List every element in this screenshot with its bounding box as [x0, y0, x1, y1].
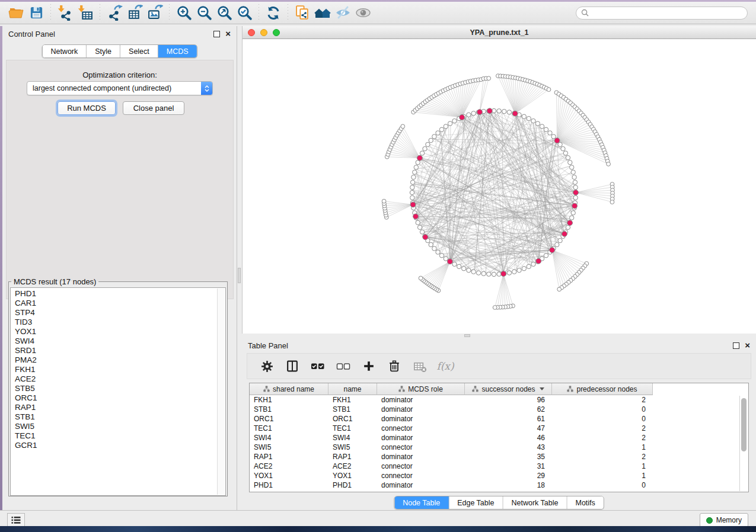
network-node[interactable]: [548, 131, 552, 135]
network-hub-node[interactable]: [573, 190, 579, 196]
mcds-list-item[interactable]: RAP1: [15, 403, 217, 412]
network-hub-node[interactable]: [410, 202, 416, 207]
network-node[interactable]: [462, 267, 466, 271]
network-leaf-node[interactable]: [493, 306, 497, 310]
network-node[interactable]: [423, 146, 427, 150]
network-node[interactable]: [410, 190, 414, 194]
tab-edge-table[interactable]: Edge Table: [449, 496, 503, 509]
mcds-list-scrollbar[interactable]: [217, 289, 225, 495]
tab-motifs[interactable]: Motifs: [567, 496, 603, 509]
column-header-predecessor-nodes[interactable]: predecessor nodes: [552, 383, 653, 395]
network-node[interactable]: [566, 225, 570, 229]
network-node[interactable]: [436, 131, 440, 135]
network-node[interactable]: [527, 264, 531, 268]
tab-network-table[interactable]: Network Table: [503, 496, 567, 509]
network-node[interactable]: [487, 272, 491, 276]
table-options-button[interactable]: [258, 357, 276, 375]
network-hub-node[interactable]: [554, 138, 560, 143]
column-header-successor-nodes[interactable]: successor nodes: [465, 383, 552, 395]
mcds-list-item[interactable]: ACE2: [15, 374, 217, 384]
apply-function-button[interactable]: f(x): [436, 357, 454, 375]
search-box[interactable]: [576, 7, 748, 20]
network-node[interactable]: [507, 271, 511, 275]
float-panel-icon[interactable]: [733, 342, 739, 349]
network-node[interactable]: [420, 151, 424, 155]
network-hub-node[interactable]: [562, 231, 567, 236]
tab-select[interactable]: Select: [120, 45, 158, 57]
export-image-button[interactable]: [145, 4, 165, 23]
network-node[interactable]: [429, 242, 433, 246]
table-row[interactable]: RAP1RAP1dominator352: [250, 452, 740, 462]
tab-network[interactable]: Network: [42, 45, 87, 57]
network-node[interactable]: [573, 196, 578, 200]
network-node[interactable]: [412, 175, 416, 179]
column-layout-button[interactable]: [283, 357, 301, 375]
mcds-list-item[interactable]: SRD1: [15, 346, 217, 355]
mcds-list-item[interactable]: YOX1: [15, 327, 217, 336]
mcds-list-item[interactable]: TEC1: [15, 431, 217, 441]
network-node[interactable]: [558, 238, 562, 242]
run-mcds-button[interactable]: Run MCDS: [58, 101, 116, 115]
network-node[interactable]: [429, 138, 433, 142]
deselect-all-button[interactable]: [334, 357, 352, 375]
network-node[interactable]: [563, 151, 567, 155]
network-node[interactable]: [522, 267, 526, 271]
tab-mcds[interactable]: MCDS: [158, 45, 197, 57]
network-node[interactable]: [551, 134, 556, 139]
network-node[interactable]: [544, 254, 548, 258]
table-row[interactable]: ORC1ORC1dominator610: [250, 414, 740, 424]
network-node[interactable]: [497, 109, 501, 113]
hide-selected-button[interactable]: [333, 4, 353, 23]
mcds-list-item[interactable]: SWI5: [15, 422, 217, 431]
network-hub-node[interactable]: [417, 155, 423, 161]
network-hub-node[interactable]: [448, 259, 453, 264]
network-node[interactable]: [507, 110, 511, 114]
network-node[interactable]: [471, 270, 476, 274]
network-node[interactable]: [452, 262, 457, 266]
column-header-name[interactable]: name: [328, 383, 377, 395]
network-node[interactable]: [561, 146, 565, 150]
network-hub-node[interactable]: [487, 108, 492, 114]
table-row[interactable]: TEC1TEC1connector472: [250, 424, 740, 433]
network-hub-node[interactable]: [477, 110, 483, 115]
zoom-out-button[interactable]: [194, 4, 214, 23]
criterion-dropdown[interactable]: largest connected component (undirected): [27, 81, 213, 95]
tab-node-table[interactable]: Node Table: [394, 496, 449, 509]
network-node[interactable]: [512, 270, 516, 274]
network-node[interactable]: [444, 257, 448, 261]
float-panel-icon[interactable]: [213, 31, 220, 37]
network-node[interactable]: [527, 116, 531, 120]
network-node[interactable]: [568, 161, 572, 165]
network-node[interactable]: [476, 271, 480, 275]
network-node[interactable]: [448, 121, 452, 126]
mcds-list-item[interactable]: STP4: [15, 308, 217, 318]
column-header-mcds-role[interactable]: MCDS role: [377, 383, 465, 395]
import-table-button[interactable]: [75, 4, 95, 23]
save-session-button[interactable]: [26, 4, 46, 23]
network-node[interactable]: [531, 118, 535, 123]
network-hub-node[interactable]: [512, 111, 518, 116]
network-node[interactable]: [417, 225, 422, 229]
apply-layout-button[interactable]: [263, 4, 283, 23]
network-node[interactable]: [410, 185, 414, 190]
network-node[interactable]: [531, 262, 535, 266]
splitter-grip[interactable]: [238, 268, 241, 283]
network-node[interactable]: [522, 114, 526, 118]
graphics-details-button[interactable]: [353, 4, 373, 23]
mcds-list-item[interactable]: SWI4: [15, 336, 217, 346]
table-row[interactable]: PHD1PHD1dominator180: [250, 480, 740, 490]
mcds-list-item[interactable]: CAR1: [15, 299, 217, 308]
network-node[interactable]: [452, 118, 457, 123]
close-panel-button[interactable]: Close panel: [123, 101, 184, 115]
network-leaf-node[interactable]: [557, 287, 562, 291]
network-node[interactable]: [444, 124, 448, 129]
network-node[interactable]: [481, 271, 486, 275]
network-node[interactable]: [457, 264, 461, 268]
network-node[interactable]: [571, 170, 575, 174]
network-node[interactable]: [517, 268, 521, 273]
mcds-list-item[interactable]: ORC1: [15, 393, 217, 403]
delete-column-button[interactable]: [385, 357, 403, 375]
memory-button[interactable]: Memory: [700, 513, 748, 527]
open-session-button[interactable]: [6, 4, 26, 23]
export-table-button[interactable]: [125, 4, 145, 23]
